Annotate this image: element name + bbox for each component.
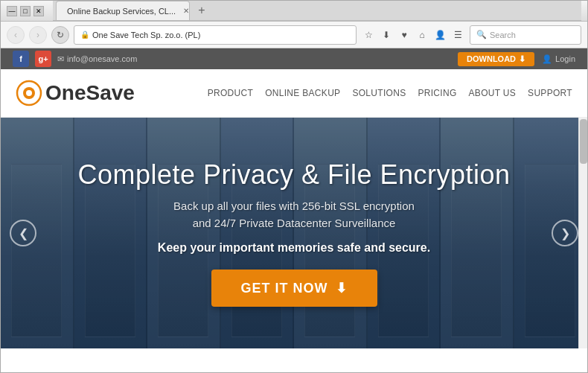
browser-window: — □ ✕ Online Backup Services, CL... ✕ + … xyxy=(0,0,588,373)
tab-bar: Online Backup Services, CL... ✕ + xyxy=(53,1,581,21)
nav-support[interactable]: SUPPORT xyxy=(528,88,572,98)
chevron-left-icon: ❮ xyxy=(19,226,28,240)
nav-product[interactable]: PRODUCT xyxy=(208,88,253,98)
download-arrow-icon: ⬇ xyxy=(519,54,525,64)
logo-text: OneSave xyxy=(45,81,135,105)
facebook-button[interactable]: f xyxy=(13,51,29,67)
email-icon: ✉ xyxy=(57,54,64,64)
menu-icon[interactable]: ☰ xyxy=(450,28,465,42)
back-button[interactable]: ‹ xyxy=(7,26,25,44)
top-bar-right: DOWNLOAD ⬇ 👤 Login xyxy=(458,52,575,66)
cta-arrow-icon: ⬇ xyxy=(336,280,348,296)
logo-icon xyxy=(16,80,42,106)
user-icon: 👤 xyxy=(542,54,552,64)
title-bar: — □ ✕ Online Backup Services, CL... ✕ + xyxy=(1,1,587,22)
nav-about-us[interactable]: ABOUT US xyxy=(469,88,517,98)
email-link[interactable]: ✉ info@onesave.com xyxy=(57,54,137,64)
hero-subtitle-1: Back up all your files with 256-bit SSL … xyxy=(77,200,510,212)
minimize-button[interactable]: — xyxy=(7,6,17,16)
scrollbar-thumb[interactable] xyxy=(580,119,587,164)
active-tab[interactable]: Online Backup Services, CL... ✕ xyxy=(56,1,190,20)
site-header: OneSave PRODUCT ONLINE BACKUP SOLUTIONS … xyxy=(1,69,587,118)
window-controls: — □ ✕ xyxy=(7,6,44,16)
nav-online-backup[interactable]: ONLINE BACKUP xyxy=(265,88,340,98)
new-tab-button[interactable]: + xyxy=(193,1,211,19)
nav-icons: ☆ ⬇ ♥ ⌂ 👤 ☰ xyxy=(361,28,465,42)
site-content: f g+ ✉ info@onesave.com DOWNLOAD ⬇ 👤 Log… xyxy=(1,48,587,372)
hero-content: Complete Privacy & File Encryption Back … xyxy=(48,159,540,307)
login-label: Login xyxy=(555,54,575,63)
googleplus-button[interactable]: g+ xyxy=(35,51,51,67)
hero-title: Complete Privacy & File Encryption xyxy=(77,159,510,191)
tab-title: Online Backup Services, CL... xyxy=(67,7,176,16)
top-bar: f g+ ✉ info@onesave.com DOWNLOAD ⬇ 👤 Log… xyxy=(1,48,587,69)
address-bar[interactable]: 🔒 One Save Tech Sp. zo.o. (PL) xyxy=(74,25,357,45)
nav-pricing[interactable]: PRICING xyxy=(418,88,456,98)
hero-tagline: Keep your important memories safe and se… xyxy=(77,241,510,255)
download-button[interactable]: DOWNLOAD ⬇ xyxy=(458,52,534,66)
top-bar-left: f g+ ✉ info@onesave.com xyxy=(13,51,137,67)
svg-point-2 xyxy=(26,90,32,96)
logo[interactable]: OneSave xyxy=(16,80,135,106)
scrollbar[interactable] xyxy=(578,118,587,348)
nav-solutions[interactable]: SOLUTIONS xyxy=(352,88,406,98)
secure-icon: 🔒 xyxy=(80,31,89,39)
email-address: info@onesave.com xyxy=(67,54,137,63)
bookmarks-icon[interactable]: ☆ xyxy=(361,28,376,42)
main-nav: PRODUCT ONLINE BACKUP SOLUTIONS PRICING … xyxy=(208,88,572,98)
cta-label: GET IT NOW xyxy=(241,281,328,296)
address-text: One Save Tech Sp. zo.o. (PL) xyxy=(92,31,350,39)
maximize-button[interactable]: □ xyxy=(20,6,31,16)
login-button[interactable]: 👤 Login xyxy=(542,54,575,64)
nav-bar: ‹ › ↻ 🔒 One Save Tech Sp. zo.o. (PL) ☆ ⬇… xyxy=(1,22,587,48)
hero-next-button[interactable]: ❯ xyxy=(552,220,578,246)
reader-icon[interactable]: ♥ xyxy=(397,28,412,42)
logo-one: One xyxy=(45,81,86,104)
hero-subtitle-2: and 24/7 Private Datacenter Surveillance xyxy=(77,217,510,229)
hero-section: ❮ Complete Privacy & File Encryption Bac… xyxy=(1,118,587,348)
tab-close-button[interactable]: ✕ xyxy=(183,7,189,15)
close-button[interactable]: ✕ xyxy=(33,6,44,16)
search-icon: 🔍 xyxy=(476,30,487,39)
refresh-button[interactable]: ↻ xyxy=(51,26,69,44)
chevron-right-icon: ❯ xyxy=(560,226,570,240)
sync-icon[interactable]: 👤 xyxy=(432,28,447,42)
download-label: DOWNLOAD xyxy=(467,54,516,63)
logo-save: Save xyxy=(86,81,134,104)
hero-prev-button[interactable]: ❮ xyxy=(10,220,36,246)
pocket-icon[interactable]: ⬇ xyxy=(379,28,394,42)
search-box[interactable]: 🔍 Search xyxy=(470,25,581,45)
search-placeholder: Search xyxy=(490,31,516,39)
cta-button[interactable]: GET IT NOW ⬇ xyxy=(211,270,377,307)
forward-button[interactable]: › xyxy=(29,26,47,44)
home-icon[interactable]: ⌂ xyxy=(415,28,429,42)
